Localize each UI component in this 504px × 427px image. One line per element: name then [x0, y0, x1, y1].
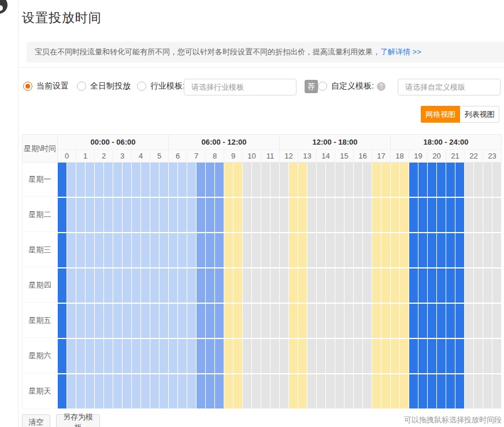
time-slot-cell[interactable]	[95, 233, 103, 267]
time-slot-cell[interactable]	[86, 374, 94, 408]
time-slot-cell[interactable]	[317, 163, 325, 197]
time-slot-cell[interactable]	[252, 304, 261, 338]
time-slot-cell[interactable]	[483, 374, 492, 408]
time-slot-cell[interactable]	[150, 339, 159, 373]
time-slot-cell[interactable]	[95, 304, 103, 338]
time-slot-cell[interactable]	[178, 268, 187, 303]
time-slot-cell[interactable]	[326, 374, 335, 408]
time-slot-cell[interactable]	[132, 374, 140, 408]
time-slot-cell[interactable]	[317, 268, 325, 303]
time-slot-cell[interactable]	[243, 198, 251, 232]
time-slot-cell[interactable]	[141, 304, 150, 338]
time-slot-cell[interactable]	[104, 163, 113, 197]
time-slot-cell[interactable]	[289, 198, 298, 232]
time-slot-cell[interactable]	[252, 339, 261, 373]
time-slot-cell[interactable]	[400, 233, 409, 267]
time-slot-cell[interactable]	[307, 374, 316, 408]
time-slot-cell[interactable]	[326, 198, 335, 232]
time-slot-cell[interactable]	[197, 374, 205, 408]
hour-header[interactable]: 23	[483, 149, 502, 163]
time-slot-cell[interactable]	[150, 163, 159, 197]
time-slot-cell[interactable]	[141, 163, 150, 197]
time-slot-cell[interactable]	[437, 268, 446, 303]
time-slot-cell[interactable]	[132, 233, 140, 267]
time-slot-cell[interactable]	[178, 233, 187, 267]
time-slot-cell[interactable]	[150, 268, 159, 303]
time-slot-cell[interactable]	[160, 163, 168, 197]
time-slot-cell[interactable]	[455, 198, 464, 232]
radio-unselected-icon[interactable]	[318, 82, 327, 91]
time-slot-cell[interactable]	[437, 374, 446, 408]
time-slot-cell[interactable]	[335, 268, 344, 303]
time-slot-cell[interactable]	[76, 233, 85, 267]
time-slot-cell[interactable]	[354, 339, 362, 373]
time-slot-cell[interactable]	[252, 233, 261, 267]
time-slot-cell[interactable]	[418, 374, 427, 408]
time-slot-cell[interactable]	[206, 339, 214, 373]
time-slot-cell[interactable]	[270, 233, 279, 267]
time-slot-cell[interactable]	[391, 233, 399, 267]
time-slot-cell[interactable]	[298, 374, 307, 408]
time-slot-cell[interactable]	[381, 374, 390, 408]
time-slot-cell[interactable]	[141, 374, 150, 408]
time-slot-cell[interactable]	[483, 304, 492, 338]
time-slot-cell[interactable]	[187, 304, 196, 338]
time-slot-cell[interactable]	[381, 163, 390, 197]
time-slot-cell[interactable]	[344, 339, 353, 373]
time-slot-cell[interactable]	[437, 233, 446, 267]
time-slot-cell[interactable]	[215, 198, 224, 232]
day-label[interactable]: 星期三	[22, 233, 58, 267]
hour-header[interactable]: 1	[76, 149, 95, 163]
time-slot-cell[interactable]	[215, 339, 224, 373]
time-slot-cell[interactable]	[492, 374, 501, 408]
time-slot-cell[interactable]	[206, 374, 214, 408]
day-label[interactable]: 星期一	[22, 163, 58, 197]
time-slot-cell[interactable]	[150, 233, 159, 267]
time-slot-cell[interactable]	[67, 163, 76, 197]
time-slot-cell[interactable]	[372, 198, 381, 232]
time-slot-cell[interactable]	[474, 339, 483, 373]
time-slot-cell[interactable]	[391, 339, 399, 373]
time-slot-cell[interactable]	[298, 268, 307, 303]
radio-full-day[interactable]: 全日制投放	[77, 77, 131, 95]
time-slot-cell[interactable]	[141, 233, 150, 267]
day-label[interactable]: 星期六	[22, 339, 58, 373]
time-slot-cell[interactable]	[270, 339, 279, 373]
time-slot-cell[interactable]	[104, 233, 113, 267]
time-slot-cell[interactable]	[169, 268, 177, 303]
time-slot-cell[interactable]	[317, 233, 325, 267]
time-slot-cell[interactable]	[391, 163, 399, 197]
time-slot-cell[interactable]	[58, 304, 66, 338]
hour-header[interactable]: 7	[187, 149, 206, 163]
time-slot-cell[interactable]	[446, 304, 455, 338]
time-slot-cell[interactable]	[492, 304, 501, 338]
time-slot-cell[interactable]	[354, 163, 362, 197]
time-slot-cell[interactable]	[160, 339, 168, 373]
time-slot-cell[interactable]	[132, 163, 140, 197]
time-slot-cell[interactable]	[474, 268, 483, 303]
hour-header[interactable]: 12	[280, 149, 298, 163]
time-slot-cell[interactable]	[372, 163, 381, 197]
time-slot-cell[interactable]	[372, 304, 381, 338]
time-slot-cell[interactable]	[317, 339, 325, 373]
time-slot-cell[interactable]	[197, 233, 205, 267]
help-icon[interactable]: ?	[377, 82, 386, 91]
time-slot-cell[interactable]	[95, 198, 103, 232]
time-slot-cell[interactable]	[123, 374, 131, 408]
time-slot-cell[interactable]	[289, 374, 298, 408]
time-slot-cell[interactable]	[280, 268, 288, 303]
time-slot-cell[interactable]	[234, 339, 242, 373]
time-slot-cell[interactable]	[270, 374, 279, 408]
time-slot-cell[interactable]	[67, 233, 76, 267]
time-slot-cell[interactable]	[474, 374, 483, 408]
hour-header[interactable]: 2	[95, 149, 113, 163]
time-slot-cell[interactable]	[261, 163, 270, 197]
time-slot-cell[interactable]	[224, 233, 233, 267]
radio-unselected-icon[interactable]	[137, 82, 146, 91]
time-slot-cell[interactable]	[344, 374, 353, 408]
time-slot-cell[interactable]	[197, 339, 205, 373]
time-slot-cell[interactable]	[224, 268, 233, 303]
time-slot-cell[interactable]	[150, 374, 159, 408]
time-slot-cell[interactable]	[483, 198, 492, 232]
time-slot-cell[interactable]	[178, 163, 187, 197]
